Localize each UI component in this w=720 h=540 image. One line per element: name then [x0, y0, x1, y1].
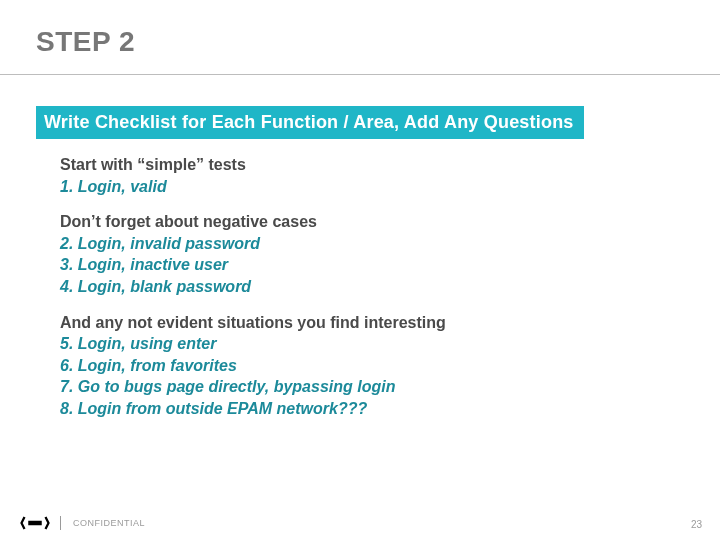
section-heading: Don’t forget about negative cases	[60, 211, 660, 233]
confidential-label: CONFIDENTIAL	[73, 518, 145, 528]
slide-title: STEP 2	[36, 26, 135, 58]
section-banner: Write Checklist for Each Function / Area…	[36, 106, 584, 139]
footer-divider	[60, 516, 61, 530]
list-item: 3. Login, inactive user	[60, 254, 660, 276]
svg-rect-0	[28, 521, 42, 526]
list-item: 2. Login, invalid password	[60, 233, 660, 255]
content-area: Start with “simple” tests 1. Login, vali…	[60, 154, 660, 420]
list-item: 8. Login from outside EPAM network???	[60, 398, 660, 420]
list-item: 1. Login, valid	[60, 176, 660, 198]
list-item: 7. Go to bugs page directly, bypassing l…	[60, 376, 660, 398]
title-divider	[0, 74, 720, 75]
page-number: 23	[691, 519, 702, 530]
footer: CONFIDENTIAL	[0, 506, 720, 540]
list-item: 5. Login, using enter	[60, 333, 660, 355]
list-item: 4. Login, blank password	[60, 276, 660, 298]
list-item: 6. Login, from favorites	[60, 355, 660, 377]
section-heading: And any not evident situations you find …	[60, 312, 660, 334]
section-heading: Start with “simple” tests	[60, 154, 660, 176]
epam-logo-icon	[20, 513, 50, 533]
